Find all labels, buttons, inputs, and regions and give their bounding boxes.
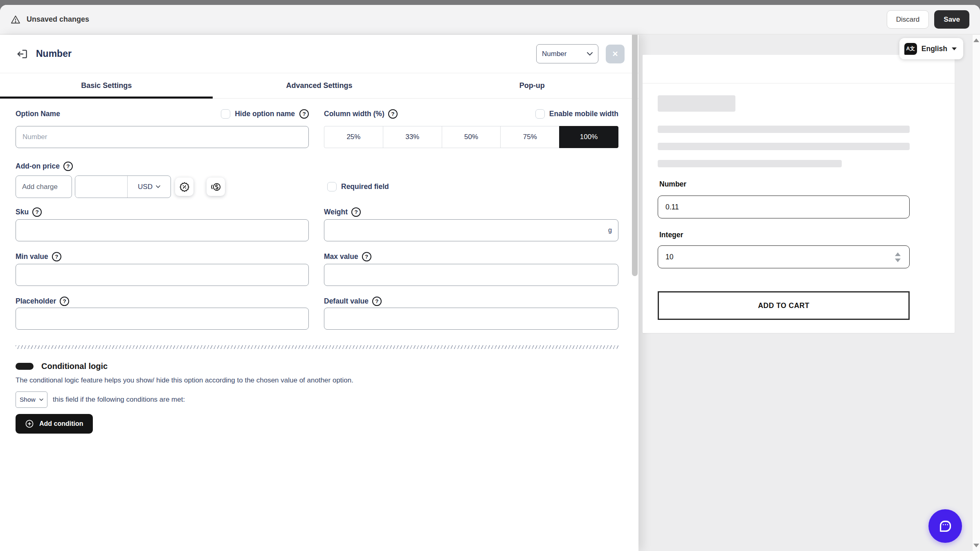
show-hide-select[interactable]: Show [16, 391, 47, 408]
row-placeholder-default-inputs [16, 308, 618, 330]
width-option-75[interactable]: 75% [500, 126, 560, 148]
add-charge-button[interactable]: Add charge [16, 175, 72, 198]
row-option-name-inputs: 25% 33% 50% 75% 100% [16, 126, 618, 148]
currency-value: USD [138, 183, 153, 191]
width-option-33[interactable]: 33% [383, 126, 442, 148]
min-value-label: Min value ? [16, 252, 309, 261]
storefront-preview-card: Number Integer ADD TO CART [643, 55, 955, 333]
help-icon[interactable]: ? [299, 109, 309, 119]
panel-scrollbar-thumb[interactable] [632, 35, 638, 276]
width-option-25[interactable]: 25% [324, 126, 383, 148]
help-icon[interactable]: ? [388, 109, 398, 119]
width-option-100[interactable]: 100% [559, 126, 618, 148]
scroll-up-icon[interactable] [973, 38, 979, 42]
help-icon[interactable]: ? [63, 162, 73, 171]
language-selector[interactable]: A文 English [899, 38, 963, 59]
row-addon-label: Add-on price ? [16, 162, 618, 171]
help-icon[interactable]: ? [52, 252, 61, 261]
help-icon[interactable]: ? [372, 297, 382, 306]
panel-header: Number Number ✕ [0, 35, 638, 73]
integer-stepper[interactable] [893, 252, 902, 262]
warning-icon [11, 15, 20, 25]
chevron-down-icon [587, 52, 593, 56]
translate-icon: A文 [904, 43, 917, 55]
condition-rule-row: Show this field if the following conditi… [16, 391, 618, 408]
max-value-input[interactable] [324, 264, 618, 286]
unsaved-changes-text: Unsaved changes [27, 15, 89, 24]
help-icon[interactable]: ? [60, 297, 69, 306]
skeleton-title-block [658, 95, 735, 112]
column-width-group: 25% 33% 50% 75% 100% [324, 126, 618, 148]
app-sheet: Unsaved changes Discard Save Number Numb… [0, 5, 980, 551]
row-min-max-inputs [16, 264, 618, 286]
conditional-logic-toggle[interactable] [16, 363, 34, 370]
discount-badge-icon [179, 182, 190, 192]
caret-down-icon [952, 47, 957, 50]
help-icon[interactable]: ? [32, 207, 42, 217]
stepper-down-icon[interactable] [895, 259, 901, 262]
enable-mobile-width-label: Enable mobile width [549, 110, 618, 118]
tab-pop-up[interactable]: Pop-up [426, 73, 638, 98]
skeleton-text-bar [658, 126, 910, 133]
weight-unit-suffix: g [608, 227, 612, 234]
conditional-logic-header: Conditional logic [16, 362, 618, 371]
sku-input[interactable] [16, 219, 309, 241]
row-min-max-labels: Min value ? Max value ? [16, 252, 618, 261]
add-condition-button[interactable]: Add condition [16, 414, 93, 434]
main-area: Number Number ✕ Basic Settings Advanced … [0, 35, 980, 551]
preview-number-label: Number [659, 180, 686, 189]
column-width-label: Column width (%) ? [324, 109, 398, 119]
preview-integer-input[interactable] [658, 245, 910, 268]
back-icon[interactable] [16, 48, 28, 60]
default-value-input[interactable] [324, 308, 618, 330]
enable-mobile-width-group: Enable mobile width [535, 109, 618, 119]
close-button[interactable]: ✕ [606, 45, 625, 63]
add-to-cart-button[interactable]: ADD TO CART [658, 291, 910, 320]
chat-bubble-icon [936, 517, 955, 535]
page-scrollbar[interactable] [972, 35, 980, 551]
required-field-group: Required field [324, 175, 618, 198]
preview-integer-label: Integer [659, 231, 683, 239]
default-value-label: Default value ? [324, 297, 618, 306]
option-type-value: Number [542, 50, 566, 58]
required-field-checkbox[interactable] [327, 182, 337, 191]
discard-button[interactable]: Discard [887, 10, 929, 29]
settings-tabs: Basic Settings Advanced Settings Pop-up [0, 73, 638, 99]
placeholder-input[interactable] [16, 308, 309, 330]
help-icon[interactable]: ? [351, 207, 361, 217]
weight-input[interactable] [324, 219, 618, 241]
chevron-down-icon [156, 185, 160, 188]
tab-basic-settings[interactable]: Basic Settings [0, 73, 213, 98]
money-settings-button[interactable] [207, 178, 225, 196]
row-option-name-labels: Option Name Hide option name ? Column wi… [16, 109, 618, 119]
condition-rule-text: this field if the following conditions a… [53, 396, 185, 404]
option-type-select[interactable]: Number [536, 44, 598, 63]
show-hide-value: Show [20, 396, 36, 403]
unsaved-changes-bar: Unsaved changes Discard Save [0, 5, 980, 34]
chat-launcher-button[interactable] [928, 509, 962, 543]
section-divider [16, 345, 618, 349]
row-sku-weight-inputs: g [16, 219, 618, 241]
currency-select[interactable]: USD [127, 176, 171, 198]
tab-advanced-settings[interactable]: Advanced Settings [213, 73, 425, 98]
width-option-50[interactable]: 50% [442, 126, 501, 148]
preview-number-input[interactable] [658, 196, 910, 218]
skeleton-text-bar [658, 160, 842, 167]
enable-mobile-width-checkbox[interactable] [535, 109, 545, 119]
min-value-input[interactable] [16, 264, 309, 286]
weight-label: Weight ? [324, 207, 618, 217]
cash-icon [211, 182, 221, 192]
conditional-logic-title: Conditional logic [41, 362, 108, 371]
hide-option-name-group: Hide option name ? [221, 109, 309, 119]
discount-settings-button[interactable] [175, 178, 193, 196]
sku-label: Sku ? [16, 207, 309, 217]
save-button[interactable]: Save [934, 10, 969, 29]
stepper-up-icon[interactable] [895, 252, 901, 256]
help-icon[interactable]: ? [362, 252, 371, 261]
option-name-input[interactable] [16, 126, 309, 148]
addon-amount-group: USD [75, 175, 171, 198]
scroll-down-icon[interactable] [973, 544, 979, 547]
addon-amount-input[interactable] [75, 176, 127, 198]
add-condition-label: Add condition [39, 420, 83, 427]
hide-option-name-checkbox[interactable] [221, 109, 230, 119]
